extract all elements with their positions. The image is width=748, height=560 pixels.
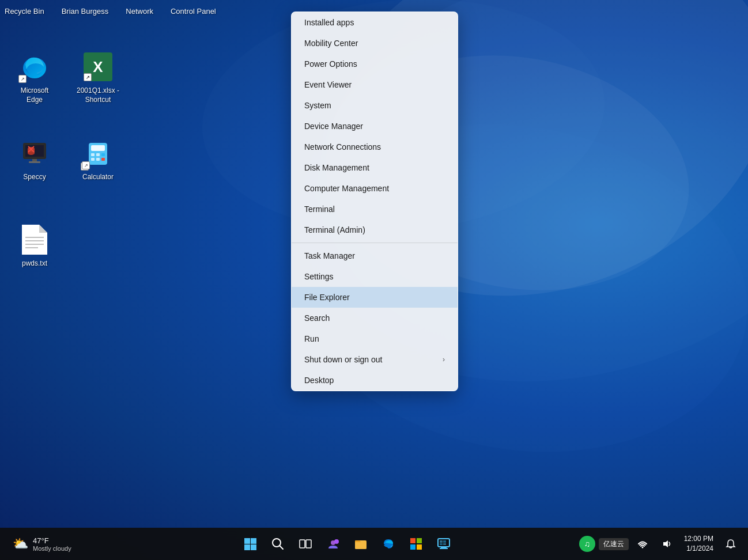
svg-line-32 bbox=[279, 546, 283, 549]
taskbar: ⛅ 47°F Mostly cloudy bbox=[0, 528, 748, 560]
desktop-icon-excel[interactable]: X ↗ 2001Q1.xlsx -Shortcut bbox=[69, 46, 127, 108]
volume-tray-icon[interactable] bbox=[656, 533, 677, 554]
edge-taskbar-icon bbox=[381, 537, 395, 551]
menu-item-run[interactable]: Run bbox=[292, 328, 458, 349]
svg-rect-30 bbox=[251, 544, 256, 550]
svg-rect-46 bbox=[440, 540, 443, 543]
file-explorer-icon bbox=[354, 537, 368, 551]
svg-rect-27 bbox=[244, 538, 250, 544]
svg-point-50 bbox=[641, 547, 643, 548]
svg-point-36 bbox=[334, 539, 339, 544]
svg-rect-18 bbox=[91, 158, 95, 161]
svg-rect-48 bbox=[440, 543, 443, 545]
taskbar-center bbox=[115, 531, 579, 557]
menu-item-system[interactable]: System bbox=[292, 95, 458, 116]
speccy-icon-label: Speccy bbox=[23, 173, 46, 182]
menu-item-task-manager[interactable]: Task Manager bbox=[292, 245, 458, 266]
search-icon bbox=[271, 538, 284, 550]
menu-divider-1 bbox=[292, 243, 458, 243]
pwdstxt-icon-label: pwds.txt bbox=[22, 259, 47, 268]
menu-item-search[interactable]: Search bbox=[292, 308, 458, 328]
svg-rect-20 bbox=[101, 158, 105, 161]
svg-rect-44 bbox=[441, 547, 447, 548]
desktop-icon-pwdstxt[interactable]: pwds.txt bbox=[6, 219, 63, 272]
chat-button[interactable] bbox=[320, 531, 346, 557]
calculator-icon: ↗ ↗ bbox=[81, 136, 115, 171]
store-icon bbox=[409, 537, 423, 551]
taskview-icon bbox=[299, 538, 312, 550]
spotify-icon[interactable]: ♫ bbox=[579, 536, 595, 552]
menu-item-settings[interactable]: Settings bbox=[292, 266, 458, 287]
desktop-icon-speccy[interactable]: Speccy bbox=[6, 133, 63, 186]
speccy-icon bbox=[17, 136, 52, 171]
menu-item-device-manager[interactable]: Device Manager bbox=[292, 116, 458, 137]
wifi-icon bbox=[637, 539, 648, 549]
recycle-bin-label[interactable]: Recycle Bin bbox=[5, 7, 44, 16]
svg-rect-15 bbox=[91, 153, 95, 156]
taskbar-search-button[interactable] bbox=[265, 531, 290, 557]
menu-item-desktop[interactable]: Desktop bbox=[292, 370, 458, 391]
menu-item-network-connections[interactable]: Network Connections bbox=[292, 137, 458, 157]
control-panel-label[interactable]: Control Panel bbox=[171, 7, 216, 16]
bell-icon bbox=[726, 539, 736, 549]
taskview-button[interactable] bbox=[293, 531, 318, 557]
network-tray-icon[interactable] bbox=[632, 533, 653, 554]
taskbar-left: ⛅ 47°F Mostly cloudy bbox=[0, 534, 115, 554]
svg-rect-33 bbox=[300, 540, 305, 548]
menu-item-power-options[interactable]: Power Options bbox=[292, 54, 458, 74]
taskbar-right-label[interactable]: 亿速云 bbox=[599, 538, 629, 550]
menu-item-installed-apps[interactable]: Installed apps bbox=[292, 12, 458, 33]
notification-icon[interactable] bbox=[720, 533, 741, 554]
svg-rect-12 bbox=[29, 161, 40, 163]
svg-marker-22 bbox=[39, 225, 47, 233]
weather-temperature: 47°F bbox=[33, 536, 71, 545]
calculator-shortcut-arrow: ↗ bbox=[82, 161, 90, 169]
edge-icon-label: MicrosoftEdge bbox=[21, 86, 49, 104]
menu-item-disk-management[interactable]: Disk Management bbox=[292, 157, 458, 178]
excel-icon: X ↗ bbox=[81, 50, 115, 84]
svg-rect-14 bbox=[91, 145, 105, 151]
volume-icon bbox=[662, 539, 672, 549]
file-explorer-button[interactable] bbox=[348, 531, 373, 557]
edge-taskbar-button[interactable] bbox=[376, 531, 401, 557]
rdp-button[interactable] bbox=[431, 531, 456, 557]
svg-rect-49 bbox=[443, 543, 446, 545]
windows-logo-icon bbox=[243, 537, 257, 551]
menu-item-file-explorer[interactable]: File Explorer bbox=[292, 287, 458, 308]
weather-icon: ⛅ bbox=[13, 536, 28, 551]
rdp-icon bbox=[437, 537, 451, 551]
svg-rect-11 bbox=[32, 159, 37, 161]
excel-shortcut-arrow: ↗ bbox=[84, 73, 92, 81]
clock-date: 1/1/2024 bbox=[684, 544, 713, 554]
svg-rect-34 bbox=[306, 540, 311, 548]
brian-burgess-label[interactable]: Brian Burgess bbox=[62, 7, 109, 16]
desktop-icon-calculator[interactable]: ↗ ↗ Calculator bbox=[69, 133, 127, 186]
desktop: Recycle Bin Brian Burgess Network Contro… bbox=[0, 0, 748, 560]
svg-rect-41 bbox=[410, 544, 415, 550]
desktop-menu-bar: Recycle Bin Brian Burgess Network Contro… bbox=[0, 7, 216, 16]
svg-rect-45 bbox=[440, 548, 448, 549]
menu-item-shut-down[interactable]: Shut down or sign out › bbox=[292, 349, 458, 370]
menu-item-terminal-admin[interactable]: Terminal (Admin) bbox=[292, 220, 458, 240]
svg-rect-38 bbox=[355, 542, 367, 549]
store-button[interactable] bbox=[403, 531, 429, 557]
weather-widget[interactable]: ⛅ 47°F Mostly cloudy bbox=[7, 534, 77, 554]
network-label[interactable]: Network bbox=[126, 7, 153, 16]
desktop-icon-edge[interactable]: ↗ MicrosoftEdge bbox=[6, 46, 63, 108]
start-button[interactable] bbox=[237, 531, 263, 557]
svg-marker-51 bbox=[663, 540, 668, 547]
menu-item-terminal[interactable]: Terminal bbox=[292, 199, 458, 220]
system-clock[interactable]: 12:00 PM 1/1/2024 bbox=[681, 534, 717, 554]
menu-item-computer-management[interactable]: Computer Management bbox=[292, 178, 458, 199]
context-menu: Installed apps Mobility Center Power Opt… bbox=[291, 12, 458, 391]
svg-rect-42 bbox=[417, 544, 422, 550]
clock-time: 12:00 PM bbox=[684, 534, 713, 544]
menu-item-event-viewer[interactable]: Event Viewer bbox=[292, 74, 458, 95]
svg-rect-40 bbox=[417, 538, 422, 543]
edge-shortcut-arrow: ↗ bbox=[18, 75, 27, 83]
pwdstxt-icon bbox=[17, 222, 52, 257]
excel-icon-label: 2001Q1.xlsx -Shortcut bbox=[77, 86, 119, 104]
menu-item-mobility-center[interactable]: Mobility Center bbox=[292, 33, 458, 54]
taskbar-right: ♫ 亿速云 bbox=[579, 533, 748, 554]
edge-icon: ↗ bbox=[17, 50, 52, 84]
